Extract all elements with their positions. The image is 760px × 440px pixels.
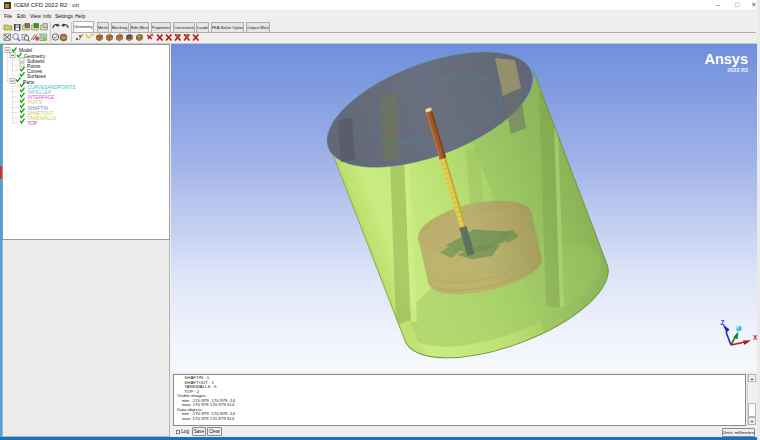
svg-text:Z: Z <box>721 319 725 326</box>
svg-text:Model: Model <box>19 48 32 53</box>
svg-text:2022 R2: 2022 R2 <box>727 67 748 73</box>
svg-text:TOP: TOP <box>28 121 38 126</box>
svg-text:Geometry: Geometry <box>24 54 46 59</box>
svg-text:Ansys: Ansys <box>704 51 748 67</box>
